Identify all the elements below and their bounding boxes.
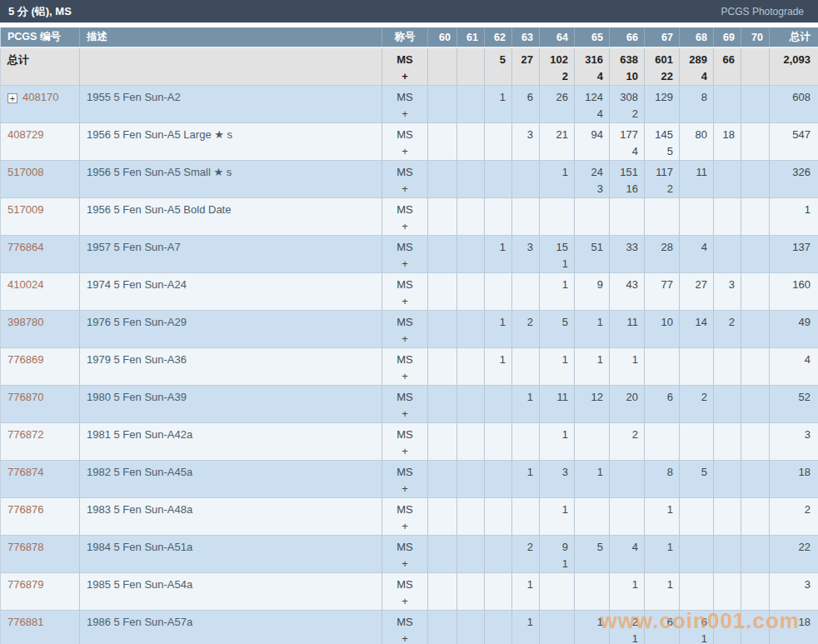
description-cell: 1981 5 Fen Sun-A42a xyxy=(80,423,382,461)
table-row: 4087291956 5 Fen Sun-A5 Large ★ sMS +321… xyxy=(1,123,818,161)
grade-67-cell: 1 xyxy=(645,498,680,536)
grade-68-cell xyxy=(680,536,714,573)
table-row: 7768781984 5 Fen Sun-A51aMS +29 154122 xyxy=(1,536,818,573)
grade-61-cell xyxy=(457,348,485,386)
col-header-grade-67: 67 xyxy=(645,27,680,47)
description-cell: 1985 5 Fen Sun-A54a xyxy=(80,573,382,611)
grade-69-cell: 66 xyxy=(714,47,741,86)
col-header-grade-62: 62 xyxy=(485,27,512,47)
grade-61-cell xyxy=(457,123,485,161)
grade-62-cell xyxy=(485,273,512,311)
grade-65-cell: 124 4 xyxy=(575,86,610,123)
grade-64-cell: 11 xyxy=(540,386,575,423)
grade-63-cell xyxy=(512,348,540,386)
pcgs-number-link[interactable]: 517009 xyxy=(7,203,43,216)
pcgs-number-link[interactable]: 408170 xyxy=(22,91,58,103)
grade-69-cell xyxy=(714,611,741,644)
designation-cell: MS + xyxy=(382,273,428,311)
pcgs-number-link[interactable]: 776881 xyxy=(7,616,43,628)
grade-63-cell: 1 xyxy=(512,611,540,644)
pcgs-number-link[interactable]: 776876 xyxy=(7,503,43,516)
col-header-grade-66: 66 xyxy=(610,27,645,47)
grade-65-cell: 9 xyxy=(575,273,610,311)
grade-64-cell: 9 1 xyxy=(540,536,575,573)
grade-60-cell xyxy=(428,311,457,348)
pcgs-number-cell: +408170 xyxy=(1,86,80,123)
grade-68-cell: 80 xyxy=(680,123,714,161)
col-header-grade-61: 61 xyxy=(457,27,485,47)
grade-69-cell xyxy=(714,86,741,123)
pcgs-number-cell: 776876 xyxy=(1,498,80,536)
column-header-row: PCGS 编号描述称号6061626364656667686970总计 xyxy=(1,27,818,47)
grade-63-cell: 2 xyxy=(512,536,540,573)
expand-icon[interactable]: + xyxy=(7,93,17,103)
grade-65-cell: 5 xyxy=(575,536,610,573)
pcgs-number-link[interactable]: 776879 xyxy=(7,578,43,591)
table-row: 5170081956 5 Fen Sun-A5 Small ★ sMS +124… xyxy=(1,161,818,198)
pcgs-number-link[interactable]: 776869 xyxy=(7,353,43,366)
table-row: 7768721981 5 Fen Sun-A42aMS +123 xyxy=(1,423,818,461)
grade-65-cell xyxy=(575,498,610,536)
grade-63-cell: 1 xyxy=(512,386,540,423)
total-cell: 18 xyxy=(770,461,818,498)
grade-62-cell xyxy=(485,386,512,423)
grade-63-cell: 3 xyxy=(512,236,540,273)
total-cell: 547 xyxy=(770,123,818,161)
pcgs-number-link[interactable]: 776874 xyxy=(7,466,43,478)
pcgs-number-link[interactable]: 776870 xyxy=(7,391,43,403)
photograde-link[interactable]: PCGS Photograde xyxy=(721,6,804,17)
grade-67-cell: 129 xyxy=(645,86,680,123)
grade-67-cell: 6 xyxy=(645,611,680,644)
pcgs-number-link[interactable]: 408729 xyxy=(7,128,43,141)
pcgs-number-link[interactable]: 776878 xyxy=(7,541,43,553)
pcgs-number-cell: 776878 xyxy=(1,536,80,573)
page-title: 5 分 (铝), MS xyxy=(8,4,72,19)
grade-61-cell xyxy=(457,273,485,311)
grade-66-cell: 4 xyxy=(610,536,645,573)
grade-65-cell: 12 xyxy=(575,386,610,423)
designation-cell: MS + xyxy=(382,198,428,236)
grade-70-cell xyxy=(741,461,770,498)
grade-64-cell: 21 xyxy=(540,123,575,161)
pcgs-number-link[interactable]: 776872 xyxy=(7,428,43,441)
grade-64-cell xyxy=(540,198,575,236)
designation-cell: MS + xyxy=(382,573,428,611)
grade-63-cell xyxy=(512,198,540,236)
pcgs-number-link[interactable]: 410024 xyxy=(7,278,43,291)
grade-69-cell xyxy=(714,161,741,198)
grade-63-cell xyxy=(512,273,540,311)
grade-60-cell xyxy=(428,86,457,123)
grade-68-cell: 11 xyxy=(680,161,714,198)
table-row: 7768701980 5 Fen Sun-A39MS +11112206252 xyxy=(1,386,818,423)
grade-65-cell: 24 3 xyxy=(575,161,610,198)
col-header-designation: 称号 xyxy=(382,27,428,47)
grade-69-cell xyxy=(714,461,741,498)
pcgs-number-link[interactable]: 517008 xyxy=(7,166,43,178)
grade-61-cell xyxy=(457,536,485,573)
table-row: 7768641957 5 Fen Sun-A7MS +1315 15133284… xyxy=(1,236,818,273)
col-header-grade-60: 60 xyxy=(428,27,457,47)
grade-69-cell: 3 xyxy=(714,273,741,311)
table-row: 7768811986 5 Fen Sun-A57aMS +112 166 118 xyxy=(1,611,818,644)
total-cell: 160 xyxy=(770,273,818,311)
pcgs-number-link[interactable]: 398780 xyxy=(7,316,43,328)
total-cell: 49 xyxy=(770,311,818,348)
total-cell: 2 xyxy=(770,498,818,536)
description-cell: 1983 5 Fen Sun-A48a xyxy=(80,498,382,536)
grade-62-cell xyxy=(485,461,512,498)
table-row: 4100241974 5 Fen Sun-A24MS +194377273160 xyxy=(1,273,818,311)
grade-61-cell xyxy=(457,311,485,348)
grade-67-cell: 10 xyxy=(645,311,680,348)
grade-68-cell: 6 1 xyxy=(680,611,714,644)
grade-60-cell xyxy=(428,123,457,161)
grade-66-cell: 151 16 xyxy=(610,161,645,198)
grade-70-cell xyxy=(741,198,770,236)
designation-cell: MS + xyxy=(382,461,428,498)
grade-66-cell: 11 xyxy=(610,311,645,348)
grade-60-cell xyxy=(428,536,457,573)
designation-cell: MS + xyxy=(382,311,428,348)
description-cell: 1986 5 Fen Sun-A57a xyxy=(80,611,382,644)
pcgs-number-link[interactable]: 776864 xyxy=(7,241,43,253)
pcgs-number-cell: 410024 xyxy=(1,273,80,311)
grade-64-cell xyxy=(540,611,575,644)
